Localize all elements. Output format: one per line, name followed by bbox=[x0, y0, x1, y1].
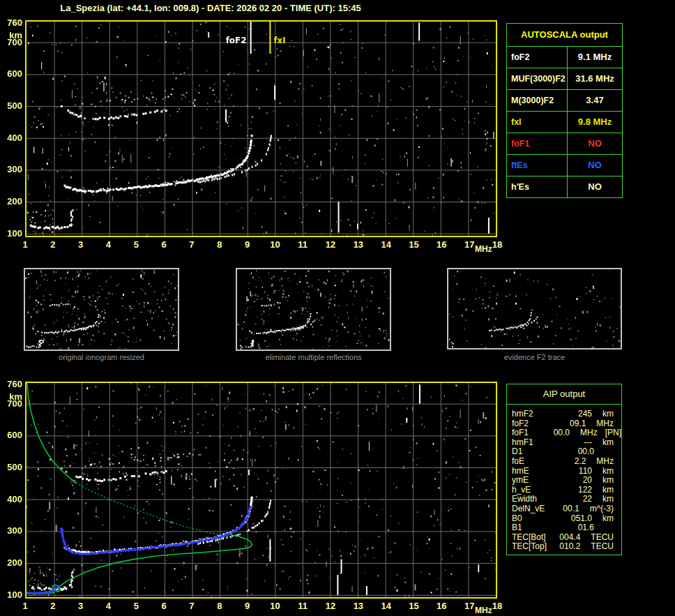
autoscala-app-window: { "title": "La_Spezia (lat: +44.1, lon: … bbox=[0, 0, 675, 616]
y-tick-label: 400 bbox=[1, 495, 22, 504]
thumbnail-evidence-f2-trace bbox=[447, 268, 622, 350]
page-title: La_Spezia (lat: +44.1, lon: 009.8) - DAT… bbox=[0, 3, 421, 13]
autoscala-param-value: NO bbox=[567, 155, 622, 176]
x-tick-label: 3 bbox=[75, 601, 87, 611]
aip-name: h_vE bbox=[512, 486, 561, 495]
x-tick-label: 15 bbox=[408, 240, 420, 250]
ionogram-bottom-canvas bbox=[26, 383, 496, 597]
autoscala-param-label: MUF(3000)F2 bbox=[507, 68, 567, 89]
aip-name: hmF1 bbox=[512, 438, 561, 448]
y-axis-unit-label: km bbox=[1, 392, 22, 402]
autoscala-param-label: ftEs bbox=[507, 155, 567, 176]
x-axis-unit-label: MHz bbox=[475, 606, 492, 615]
x-tick-label: 1 bbox=[19, 240, 31, 250]
x-tick-label: 3 bbox=[75, 240, 87, 250]
y-tick-label: 760 bbox=[1, 18, 22, 28]
aip-unit: km bbox=[602, 476, 614, 486]
y-tick-label: 600 bbox=[1, 430, 22, 440]
aip-unit: km bbox=[602, 438, 614, 448]
aip-row: D100.0 bbox=[512, 447, 621, 457]
thumbnail-evidence-f2-trace-canvas bbox=[448, 269, 621, 348]
autoscala-param-value: 9.8 MHz bbox=[567, 112, 622, 133]
autoscala-output-table: AUTOSCALA output foF29.1 MHzMUF(3000)F23… bbox=[506, 23, 623, 198]
x-tick-label: 9 bbox=[241, 601, 254, 611]
aip-value: 051.0 bbox=[561, 514, 592, 524]
aip-value: 22 bbox=[561, 495, 592, 504]
aip-row: B0051.0km bbox=[512, 514, 621, 524]
autoscala-param-label: h'Es bbox=[507, 176, 567, 197]
x-tick-label: 2 bbox=[47, 240, 59, 250]
x-tick-label: 15 bbox=[408, 601, 420, 611]
ionogram-bottom-plot bbox=[25, 382, 497, 599]
aip-row: hmF2245km bbox=[512, 410, 621, 419]
aip-unit: km bbox=[602, 495, 614, 504]
autoscala-table-rows: foF29.1 MHzMUF(3000)F231.6 MHzM(3000)F23… bbox=[507, 47, 622, 197]
autoscala-row: h'EsNO bbox=[507, 176, 622, 197]
ionogram-top-plot bbox=[25, 20, 497, 237]
x-tick-label: 14 bbox=[380, 601, 393, 611]
ionogram-top-canvas bbox=[26, 22, 496, 236]
aip-row: h_vE122km bbox=[512, 486, 621, 495]
aip-name: foF2 bbox=[512, 419, 557, 429]
aip-value: 245 bbox=[561, 410, 592, 419]
autoscala-param-value: 9.1 MHz bbox=[567, 47, 622, 68]
x-tick-label: 5 bbox=[130, 601, 142, 611]
aip-row: Ewidth22km bbox=[512, 495, 621, 504]
x-tick-label: 9 bbox=[241, 240, 254, 250]
x-tick-label: 12 bbox=[324, 240, 337, 250]
x-tick-label: 10 bbox=[268, 601, 281, 611]
aip-name: hmF2 bbox=[512, 410, 561, 419]
aip-name: DelN_vE bbox=[512, 504, 553, 514]
autoscala-param-label: M(3000)F2 bbox=[507, 90, 567, 111]
y-tick-label: 760 bbox=[1, 380, 22, 389]
aip-value: 004.4 bbox=[554, 533, 580, 543]
autoscala-param-label: fxI bbox=[507, 112, 567, 133]
autoscala-row: fxI9.8 MHz bbox=[507, 111, 622, 133]
y-tick-label: 400 bbox=[1, 133, 22, 143]
aip-unit: TECU bbox=[591, 542, 614, 552]
x-tick-label: 6 bbox=[158, 240, 170, 250]
x-tick-label: 8 bbox=[213, 240, 226, 250]
y-tick-label: 100 bbox=[1, 590, 22, 600]
aip-row: foF100.0MHz[PN] bbox=[512, 428, 621, 438]
aip-value: 09.1 bbox=[557, 419, 586, 429]
x-tick-label: 1 bbox=[19, 601, 31, 611]
x-tick-label: 5 bbox=[130, 240, 142, 250]
aip-name: foF1 bbox=[512, 428, 547, 438]
autoscala-row: MUF(3000)F231.6 MHz bbox=[507, 68, 622, 89]
thumbnail-original-ionogram bbox=[24, 268, 179, 351]
aip-unit: MHz bbox=[596, 457, 614, 467]
aip-value: 00.0 bbox=[547, 428, 570, 438]
aip-name: TEC[Bot] bbox=[512, 533, 554, 543]
aip-value: 00.0 bbox=[562, 447, 594, 457]
autoscala-param-value: 3.47 bbox=[567, 90, 622, 111]
aip-row: hmE110km bbox=[512, 467, 621, 476]
x-tick-label: 18 bbox=[491, 601, 503, 611]
aip-table-rows: hmF2245kmfoF209.1MHzfoF100.0MHz[PN]hmF1-… bbox=[507, 405, 621, 552]
thumbnail-eliminate-reflections bbox=[236, 268, 391, 351]
aip-name: foE bbox=[512, 457, 557, 467]
aip-name: TEC[Top] bbox=[512, 542, 554, 552]
aip-unit: MHz bbox=[596, 419, 614, 429]
x-tick-label: 7 bbox=[185, 240, 198, 250]
thumbnail-caption-evidence: evidence F2 trace bbox=[447, 353, 622, 361]
aip-value: --- bbox=[561, 438, 592, 448]
x-tick-label: 16 bbox=[435, 601, 448, 611]
y-tick-label: 600 bbox=[1, 69, 22, 79]
autoscala-row: M(3000)F23.47 bbox=[507, 89, 622, 111]
x-tick-label: 12 bbox=[324, 601, 337, 611]
aip-row: ymE20km bbox=[512, 476, 621, 486]
x-tick-label: 18 bbox=[491, 240, 503, 250]
aip-value: 110 bbox=[561, 467, 592, 476]
x-tick-label: 4 bbox=[102, 240, 114, 250]
y-tick-label: 500 bbox=[1, 463, 22, 472]
autoscala-param-value: 31.6 MHz bbox=[567, 68, 622, 89]
aip-unit: km bbox=[602, 514, 614, 524]
x-tick-label: 17 bbox=[463, 240, 476, 250]
aip-name: D1 bbox=[512, 447, 562, 457]
x-tick-label: 8 bbox=[213, 601, 226, 611]
aip-value: 00.1 bbox=[553, 504, 579, 514]
aip-unit: km bbox=[602, 486, 614, 495]
aip-unit: m^(-3) bbox=[590, 504, 614, 514]
x-tick-label: 6 bbox=[158, 601, 170, 611]
